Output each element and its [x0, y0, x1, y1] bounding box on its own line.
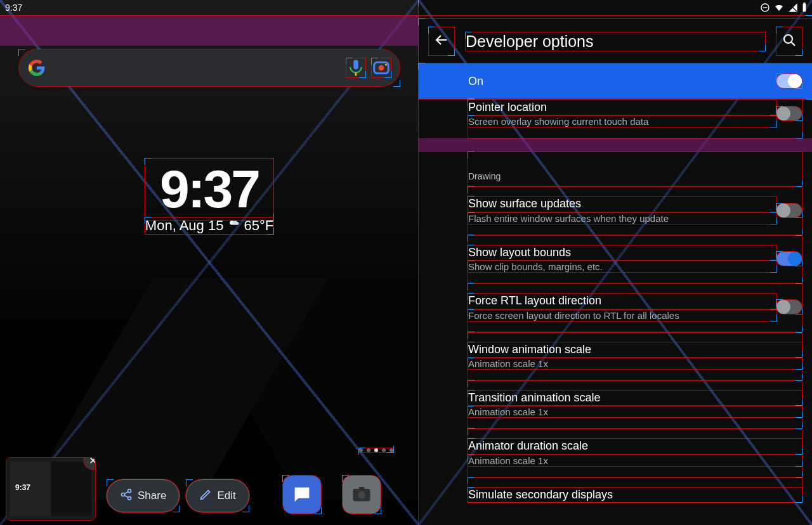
search-icon[interactable] [776, 27, 802, 55]
app-messages[interactable] [283, 476, 321, 514]
edit-icon [199, 488, 212, 504]
clock-time: 9:37 [145, 159, 273, 220]
setting-sub: Flash entire window surfaces when they u… [468, 213, 776, 224]
clock-date: Mon, Aug 15 [145, 217, 224, 234]
share-icon [120, 488, 133, 504]
page-indicator [359, 448, 393, 452]
edit-button[interactable]: Edit [186, 479, 249, 512]
master-switch[interactable] [776, 74, 802, 88]
setting-animator-duration-scale[interactable]: Animator duration scale Animation scale … [468, 429, 802, 477]
svg-point-12 [128, 496, 131, 500]
dnd-icon [760, 3, 770, 13]
svg-rect-3 [803, 3, 805, 4]
clock-date-row: Mon, Aug 15 65°F [145, 217, 273, 234]
master-switch-row[interactable]: On [419, 63, 812, 99]
setting-simulate-secondary-displays[interactable]: Simulate secondary displays [468, 477, 802, 502]
edit-label: Edit [217, 489, 235, 502]
screenshot-thumbnail[interactable]: 9:37 ✕ [6, 458, 95, 520]
thumb-clock: 9:37 [15, 483, 30, 492]
setting-sub: Force screen layout direction to RTL for… [468, 310, 776, 321]
setting-sub: Animation scale 1x [468, 358, 802, 369]
svg-point-16 [358, 491, 365, 499]
setting-title: Force RTL layout direction [468, 294, 776, 308]
toggle-switch[interactable] [776, 204, 802, 217]
weather-icon [227, 217, 240, 234]
toggle-switch[interactable] [776, 300, 802, 314]
svg-rect-4 [353, 60, 358, 70]
setting-transition-animation-scale[interactable]: Transition animation scale Animation sca… [468, 380, 802, 429]
lens-icon[interactable] [372, 58, 391, 77]
setting-sub: Screen overlay showing current touch dat… [468, 116, 776, 127]
svg-point-11 [122, 493, 125, 496]
svg-rect-5 [355, 73, 357, 76]
svg-rect-2 [803, 4, 806, 12]
svg-rect-14 [298, 494, 304, 495]
wifi-icon [774, 3, 784, 13]
share-button[interactable]: Share [107, 479, 180, 512]
share-label: Share [138, 489, 166, 502]
status-time: 9:37 [5, 3, 22, 13]
svg-rect-17 [359, 487, 365, 490]
setting-window-animation-scale[interactable]: Window animation scale Animation scale 1… [468, 332, 802, 380]
status-bar: 9:37 [0, 0, 812, 15]
svg-point-18 [784, 35, 792, 43]
search-input[interactable] [52, 49, 340, 86]
setting-sub: Animation scale 1x [468, 455, 802, 466]
setting-title: Pointer location [468, 100, 776, 115]
clock-widget[interactable]: 9:37 Mon, Aug 15 65°F [145, 159, 273, 234]
signal-off-icon [788, 3, 798, 13]
svg-point-10 [128, 489, 131, 492]
setting-force-rtl[interactable]: Force RTL layout direction Force screen … [468, 283, 802, 332]
settings-pane: Developer options On Pointer location Sc… [419, 0, 812, 525]
battery-icon [802, 3, 807, 13]
app-camera[interactable] [343, 476, 381, 514]
mic-icon[interactable] [346, 58, 365, 77]
toggle-switch[interactable] [776, 252, 802, 266]
back-icon[interactable] [429, 27, 454, 55]
setting-title: Transition animation scale [468, 391, 802, 405]
setting-show-layout-bounds[interactable]: Show layout bounds Show clip bounds, mar… [468, 235, 802, 283]
setting-sub: Show clip bounds, margins, etc. [468, 261, 776, 272]
setting-sub: Animation scale 1x [468, 406, 802, 417]
svg-point-8 [385, 63, 387, 65]
setting-title: Window animation scale [468, 342, 802, 357]
master-switch-label: On [468, 75, 483, 88]
setting-title: Show layout bounds [468, 245, 776, 260]
home-pane: 9:37 Mon, Aug 15 65°F 9:37 ✕ [0, 0, 419, 525]
setting-show-surface-updates[interactable]: Show surface updates Flash entire window… [468, 186, 802, 235]
app-bar: Developer options [419, 19, 812, 63]
setting-title: Animator duration scale [468, 439, 802, 453]
svg-rect-13 [298, 491, 306, 492]
svg-rect-1 [763, 7, 768, 8]
section-drawing: Drawing [468, 152, 802, 186]
setting-title: Show surface updates [468, 197, 776, 211]
page-title: Developer options [466, 32, 765, 51]
svg-point-7 [379, 65, 384, 71]
google-search-bar[interactable] [19, 49, 400, 86]
google-g-icon [28, 59, 46, 77]
setting-title: Simulate secondary displays [468, 488, 802, 502]
setting-pointer-location[interactable]: Pointer location Screen overlay showing … [468, 99, 802, 138]
toggle-switch[interactable] [776, 107, 802, 120]
clock-temp: 65°F [244, 217, 273, 234]
